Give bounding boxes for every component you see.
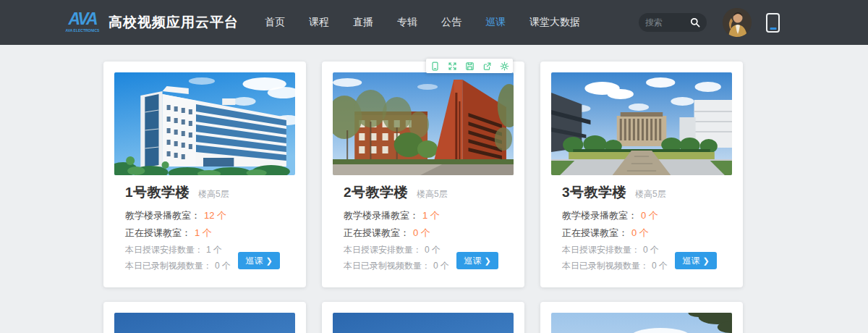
stat-value: 0 个 — [643, 245, 659, 255]
stat-recording-rooms: 教学楼录播教室：1 个 — [344, 210, 503, 222]
stat-recording-rooms: 教学楼录播教室：0 个 — [562, 210, 721, 222]
sky-image — [333, 313, 514, 333]
stat-teaching-rooms: 正在授课教室：0 个 — [344, 227, 503, 239]
building-photo-1[interactable] — [114, 72, 295, 175]
building-card-3: 3号教学楼 楼高5层 教学楼录播教室：0 个 正在授课教室：0 个 本日授课安排… — [540, 62, 743, 287]
stat-teaching-rooms: 正在授课教室：0 个 — [562, 227, 721, 239]
stat-today-recorded: 本日已录制视频数量：0 个 — [562, 261, 668, 271]
building-1-illustration — [114, 72, 295, 175]
fullscreen-icon[interactable] — [448, 62, 457, 71]
patrol-button[interactable]: 巡课 ❯ — [238, 252, 280, 269]
building-photo-2[interactable] — [333, 72, 514, 175]
stat-value: 0 个 — [425, 245, 441, 255]
save-icon[interactable] — [465, 62, 475, 71]
building-card-2: 2号教学楼 楼高5层 教学楼录播教室：1 个 正在授课教室：0 个 本日授课安排… — [322, 62, 524, 287]
device-icon[interactable] — [430, 62, 440, 71]
stat-recording-rooms: 教学楼录播教室：12 个 — [125, 210, 284, 222]
card-body: 3号教学楼 楼高5层 教学楼录播教室：0 个 正在授课教室：0 个 本日授课安排… — [540, 175, 743, 287]
brand-logo-subtext: AVA ELECTRONICS — [66, 28, 101, 33]
stat-value: 1 个 — [195, 227, 212, 238]
stat-today-scheduled: 本日授课安排数量：0 个 — [562, 245, 668, 256]
card-body: 1号教学楼 楼高5层 教学楼录播教室：12 个 正在授课教室：1 个 本日授课安… — [103, 175, 306, 287]
stat-today-scheduled: 本日授课安排数量：1 个 — [125, 245, 231, 256]
search-box[interactable] — [639, 13, 707, 32]
nav-item-home[interactable]: 首页 — [265, 16, 285, 29]
building-subtitle: 楼高5层 — [635, 188, 666, 201]
building-title: 3号教学楼 — [562, 183, 626, 202]
stat-today-recorded: 本日已录制视频数量：0 个 — [125, 261, 231, 271]
search-input[interactable] — [645, 17, 690, 28]
stat-value: 0 个 — [215, 261, 231, 271]
sky-image — [551, 313, 732, 333]
building-subtitle: 楼高5层 — [417, 188, 448, 201]
stat-value: 0 个 — [631, 227, 649, 238]
building-2-illustration — [333, 72, 514, 175]
building-photo-3[interactable] — [551, 72, 732, 175]
nav-item-live[interactable]: 直播 — [353, 16, 373, 29]
brand-logo: AVA AVA ELECTRONICS — [64, 9, 101, 36]
building-title: 1号教学楼 — [125, 183, 190, 202]
top-navbar: AVA AVA ELECTRONICS 高校视频应用云平台 首页 课程 直播 专… — [0, 0, 868, 45]
patrol-button-label: 巡课 — [245, 255, 263, 267]
chevron-right-icon: ❯ — [702, 257, 709, 265]
building-subtitle: 楼高5层 — [198, 188, 229, 201]
stat-value: 0 个 — [413, 227, 430, 238]
nav-item-albums[interactable]: 专辑 — [397, 16, 417, 29]
patrol-button[interactable]: 巡课 ❯ — [456, 252, 498, 269]
user-avatar[interactable] — [723, 8, 752, 37]
building-title: 2号教学楼 — [344, 183, 408, 202]
navbar-right-cluster — [639, 8, 780, 37]
avatar-image — [723, 8, 752, 37]
share-icon[interactable] — [482, 62, 492, 71]
main-nav: 首页 课程 直播 专辑 公告 巡课 课堂大数据 — [265, 16, 580, 29]
building-card-4 — [103, 302, 306, 333]
chevron-right-icon: ❯ — [484, 257, 490, 265]
building-photo-5[interactable] — [333, 313, 514, 333]
patrol-button-label: 巡课 — [682, 255, 699, 267]
sky-image — [114, 313, 295, 333]
brand-logo-text: AVA — [67, 9, 97, 28]
building-3-illustration — [551, 72, 732, 175]
stat-value: 0 个 — [652, 261, 668, 271]
buildings-row-2 — [103, 302, 743, 333]
building-card-5 — [322, 302, 524, 333]
search-icon[interactable] — [690, 17, 700, 28]
card-hover-toolbar — [426, 59, 513, 73]
building-card-1: 1号教学楼 楼高5层 教学楼录播教室：12 个 正在授课教室：1 个 本日授课安… — [103, 62, 306, 287]
stat-value: 1 个 — [206, 245, 222, 255]
stat-value: 0 个 — [433, 261, 449, 271]
stat-today-scheduled: 本日授课安排数量：0 个 — [344, 245, 449, 256]
buildings-row-1: 1号教学楼 楼高5层 教学楼录播教室：12 个 正在授课教室：1 个 本日授课安… — [103, 62, 743, 287]
building-photo-4[interactable] — [114, 313, 295, 333]
stat-value: 12 个 — [204, 210, 226, 221]
nav-item-courses[interactable]: 课程 — [309, 16, 329, 29]
nav-item-announcements[interactable]: 公告 — [441, 16, 461, 29]
building-card-6 — [540, 302, 743, 333]
card-body: 2号教学楼 楼高5层 教学楼录播教室：1 个 正在授课教室：0 个 本日授课安排… — [322, 175, 524, 287]
app-title: 高校视频应用云平台 — [109, 13, 239, 32]
stat-value: 1 个 — [422, 210, 440, 221]
settings-icon[interactable] — [500, 62, 509, 71]
stat-teaching-rooms: 正在授课教室：1 个 — [125, 227, 284, 239]
patrol-button-label: 巡课 — [464, 255, 481, 267]
stat-value: 0 个 — [641, 210, 658, 221]
nav-item-classroom-bigdata[interactable]: 课堂大数据 — [529, 16, 580, 29]
building-photo-6[interactable] — [551, 313, 732, 333]
chevron-right-icon: ❯ — [265, 257, 272, 265]
nav-item-patrol[interactable]: 巡课 — [485, 16, 506, 29]
mobile-phone-icon[interactable] — [766, 13, 780, 33]
patrol-button[interactable]: 巡课 ❯ — [675, 252, 717, 269]
stat-today-recorded: 本日已录制视频数量：0 个 — [344, 261, 449, 271]
